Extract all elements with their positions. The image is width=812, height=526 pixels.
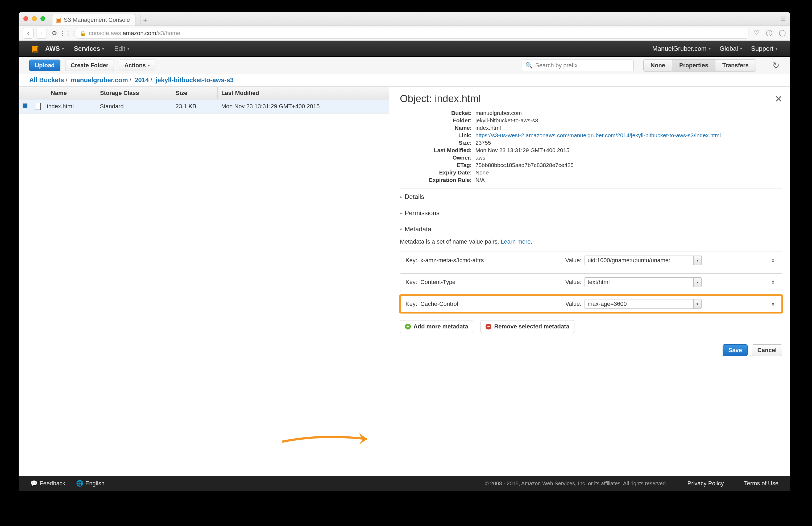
breadcrumb-item[interactable]: All Buckets	[29, 76, 64, 84]
metadata-key[interactable]: Content-Type	[420, 279, 497, 286]
close-window-icon[interactable]	[24, 16, 28, 21]
object-properties: Bucket:manuelgruber.com Folder:jekyll-bi…	[400, 110, 782, 183]
chevron-down-icon[interactable]: ▾	[693, 278, 701, 287]
plus-circle-icon: +	[405, 324, 411, 330]
chevron-down-icon: ▾	[709, 46, 711, 51]
aws-top-nav: ▣ AWS▾ Services▾ Edit▾ ManuelGruber.com▾…	[19, 41, 790, 57]
cell-storage: Standard	[96, 100, 172, 114]
terms-link[interactable]: Terms of Use	[744, 480, 779, 487]
add-metadata-button[interactable]: + Add more metadata	[400, 320, 473, 333]
tabs-menu-icon[interactable]: ☰	[781, 16, 786, 23]
remove-metadata-button[interactable]: − Remove selected metadata	[480, 320, 574, 333]
lock-icon: 🔒	[79, 30, 86, 36]
prop-owner: aws	[476, 155, 782, 161]
metadata-row: Key: x-amz-meta-s3cmd-attrs Value: uid:1…	[400, 251, 782, 269]
chevron-down-icon: ▾	[62, 46, 64, 51]
row-checkbox[interactable]	[23, 103, 27, 108]
info-icon[interactable]: ⓘ	[766, 29, 772, 38]
apps-grid-icon[interactable]: ⋮⋮⋮	[63, 28, 73, 39]
section-details[interactable]: ▸Details	[400, 189, 782, 205]
chevron-down-icon: ▾	[148, 63, 150, 68]
nav-aws-menu[interactable]: AWS▾	[45, 45, 64, 53]
breadcrumb-item[interactable]: 2014	[135, 76, 149, 84]
new-tab-button[interactable]: ＋	[140, 15, 150, 25]
delete-row-icon[interactable]: x	[769, 257, 777, 264]
table-row[interactable]: index.html Standard 23.1 KB Mon Nov 23 1…	[19, 100, 389, 114]
search-box[interactable]: 🔍	[522, 60, 634, 71]
create-folder-button[interactable]: Create Folder	[65, 60, 114, 71]
view-segmented-control: None Properties Transfers	[643, 59, 756, 72]
seg-properties-button[interactable]: Properties	[672, 60, 715, 71]
metadata-value-dropdown[interactable]: max-age=3600 ▾	[584, 299, 701, 309]
delete-row-icon[interactable]: x	[769, 279, 777, 286]
refresh-icon[interactable]: ↻	[772, 60, 780, 71]
language-link[interactable]: 🌐English	[76, 480, 104, 487]
url-bar: ‹ › ⟳ ⋮⋮⋮ 🔒 console.aws.amazon.com/s3/ho…	[19, 26, 790, 41]
nav-edit-menu[interactable]: Edit▾	[114, 45, 129, 53]
titlebar: ▣ S3 Management Console ＋ ☰	[19, 12, 790, 26]
speech-bubble-icon: 💬	[30, 480, 38, 487]
cell-size: 23.1 KB	[172, 100, 218, 114]
properties-pane: Object: index.html ✕ Bucket:manuelgruber…	[389, 86, 790, 475]
s3-toolbar: Upload Create Folder Actions ▾ 🔍 None Pr…	[19, 57, 790, 74]
chevron-down-icon[interactable]: ▾	[693, 256, 701, 265]
aws-logo-icon[interactable]: ▣	[31, 44, 39, 53]
save-button[interactable]: Save	[723, 345, 748, 356]
minimize-window-icon[interactable]	[32, 16, 37, 21]
chevron-down-icon[interactable]: ▾	[693, 299, 701, 308]
privacy-link[interactable]: Privacy Policy	[687, 480, 724, 487]
profile-icon[interactable]: ◯	[779, 29, 786, 38]
prop-etag: 75bb88bbcc185aad7b7c83828e7ce425	[476, 162, 782, 168]
nav-support-menu[interactable]: Support▾	[751, 45, 778, 53]
metadata-value-dropdown[interactable]: uid:1000/gname:ubuntu/uname: ▾	[584, 255, 701, 265]
nav-back-button[interactable]: ‹	[23, 28, 33, 39]
prop-exprule: N/A	[476, 177, 782, 183]
col-storage[interactable]: Storage Class	[96, 87, 172, 100]
metadata-value-dropdown[interactable]: text/html ▾	[584, 277, 701, 287]
address-text: console.aws.amazon.com/s3/home	[89, 30, 180, 37]
copyright-text: © 2008 - 2015, Amazon Web Services, Inc.…	[485, 481, 667, 487]
close-panel-icon[interactable]: ✕	[775, 93, 782, 104]
browser-tab[interactable]: ▣ S3 Management Console	[52, 14, 135, 26]
prop-last-modified: Mon Nov 23 13:31:29 GMT+400 2015	[476, 147, 782, 154]
seg-transfers-button[interactable]: Transfers	[715, 60, 756, 71]
minus-circle-icon: −	[485, 324, 491, 330]
window-controls	[24, 16, 45, 21]
nav-forward-button[interactable]: ›	[36, 28, 47, 39]
feedback-link[interactable]: 💬Feedback	[30, 480, 66, 487]
search-icon: 🔍	[525, 62, 533, 69]
section-metadata[interactable]: ▾Metadata	[400, 221, 782, 237]
actions-button[interactable]: Actions ▾	[119, 60, 155, 71]
cell-name: index.html	[47, 100, 96, 114]
learn-more-link[interactable]: Learn more	[501, 238, 531, 245]
maximize-window-icon[interactable]	[41, 16, 45, 21]
cancel-button[interactable]: Cancel	[752, 345, 782, 356]
col-size[interactable]: Size	[172, 87, 218, 100]
reload-button[interactable]: ⟳	[49, 28, 60, 39]
nav-region-menu[interactable]: Global▾	[720, 45, 742, 53]
browser-tab-title: S3 Management Console	[64, 16, 130, 24]
breadcrumb-item[interactable]: jekyll-bitbucket-to-aws-s3	[156, 76, 234, 84]
col-modified[interactable]: Last Modified	[218, 87, 389, 100]
seg-none-button[interactable]: None	[643, 60, 672, 71]
prop-link[interactable]: https://s3-us-west-2.amazonaws.com/manue…	[476, 132, 721, 138]
annotation-arrow-icon	[279, 428, 375, 451]
prop-folder: jekyll-bitbucket-to-aws-s3	[476, 117, 782, 124]
breadcrumb-item[interactable]: manuelgruber.com	[71, 76, 128, 84]
chevron-right-icon: ▸	[400, 194, 402, 200]
section-permissions[interactable]: ▸Permissions	[400, 205, 782, 221]
chevron-right-icon: ▸	[400, 210, 402, 216]
heart-icon[interactable]: ♡	[754, 29, 759, 38]
nav-account-menu[interactable]: ManuelGruber.com▾	[652, 45, 710, 53]
nav-services-menu[interactable]: Services▾	[74, 45, 104, 53]
address-bar[interactable]: 🔒 console.aws.amazon.com/s3/home	[76, 28, 749, 39]
upload-button[interactable]: Upload	[29, 60, 60, 71]
object-title: Object: index.html	[400, 93, 481, 104]
search-input[interactable]	[535, 62, 630, 69]
delete-row-icon[interactable]: x	[769, 301, 777, 307]
metadata-row: Key: Content-Type Value: text/html ▾ x	[400, 273, 782, 291]
chevron-down-icon: ▾	[775, 46, 778, 51]
metadata-key[interactable]: x-amz-meta-s3cmd-attrs	[420, 257, 497, 264]
metadata-key[interactable]: Cache-Control	[420, 301, 497, 307]
col-name[interactable]: Name	[47, 87, 96, 100]
